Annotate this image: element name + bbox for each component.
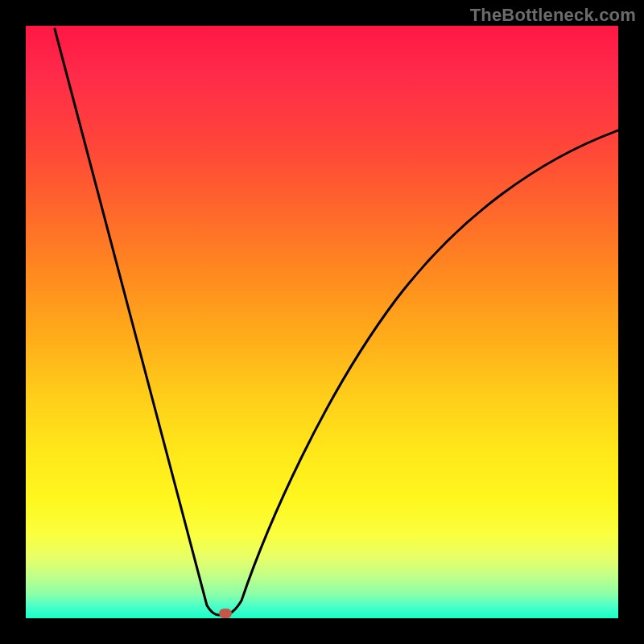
chart-container: TheBottleneck.com [0, 0, 644, 644]
watermark-text: TheBottleneck.com [470, 5, 636, 26]
bottleneck-curve [55, 29, 618, 615]
curve-layer [26, 26, 618, 618]
minimum-marker [219, 609, 232, 618]
plot-area [26, 26, 618, 618]
